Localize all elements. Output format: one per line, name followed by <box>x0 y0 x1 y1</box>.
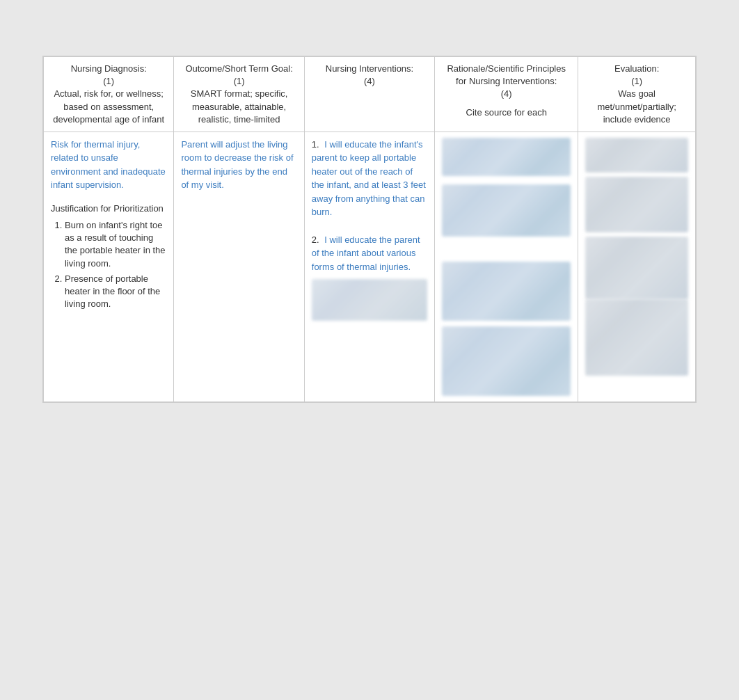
header-rationale: Rationale/Scientific Principles for Nurs… <box>435 57 578 132</box>
eval-blur-2 <box>585 177 688 232</box>
header-interventions-title: Nursing Interventions: <box>312 63 427 75</box>
page-container: Nursing Diagnosis: (1) Actual, risk for,… <box>0 0 739 700</box>
nursing-care-plan-table: Nursing Diagnosis: (1) Actual, risk for,… <box>43 56 696 402</box>
cell-nursing-diagnosis: Risk for thermal injury, related to unsa… <box>44 132 174 401</box>
eval-blur-4 <box>585 299 688 376</box>
rationale-blur-4 <box>442 326 571 396</box>
header-rationale-cite: Cite source for each <box>442 106 571 119</box>
header-nursing: Nursing Diagnosis: (1) Actual, risk for,… <box>44 57 174 132</box>
diagnosis-text: Risk for thermal injury, related to unsa… <box>51 138 166 192</box>
cell-rationale <box>435 132 578 401</box>
header-nursing-desc: Actual, risk for, or wellness; based on … <box>51 88 166 126</box>
intervention-1-text: I will educate the infant's parent to ke… <box>312 139 426 218</box>
justification-item-1: Burn on infant's right toe as a result o… <box>65 219 166 270</box>
table-row-1: Risk for thermal injury, related to unsa… <box>44 132 696 401</box>
header-outcome-desc: SMART format; specific, measurable, atta… <box>181 88 296 126</box>
header-row: Nursing Diagnosis: (1) Actual, risk for,… <box>44 57 696 132</box>
rationale-blurred-content <box>442 138 571 396</box>
header-rationale-title: Rationale/Scientific Principles for Nurs… <box>442 63 571 88</box>
header-outcome-title: Outcome/Short Term Goal: <box>181 63 296 75</box>
header-rationale-subtitle: (4) <box>442 88 571 100</box>
header-nursing-title: Nursing Diagnosis: <box>51 63 166 75</box>
rationale-spacer <box>442 242 571 256</box>
evaluation-blurred-content <box>585 138 688 376</box>
header-evaluation-title: Evaluation: <box>585 63 688 75</box>
cell-interventions: 1. I will educate the infant's parent to… <box>304 132 434 401</box>
eval-blur-3 <box>585 237 688 299</box>
rationale-blur-1 <box>442 138 571 176</box>
header-outcome: Outcome/Short Term Goal: (1) SMART forma… <box>174 57 304 132</box>
intervention-1: 1. I will educate the infant's parent to… <box>312 138 427 219</box>
table-wrapper: Nursing Diagnosis: (1) Actual, risk for,… <box>42 56 697 403</box>
intervention-1-num: 1. <box>312 139 319 150</box>
outcome-text: Parent will adjust the living room to de… <box>181 138 296 192</box>
justification-list: Burn on infant's right toe as a result o… <box>51 219 166 310</box>
header-evaluation-subtitle: (1) <box>585 75 688 88</box>
rationale-blur-3 <box>442 262 571 321</box>
cell-outcome: Parent will adjust the living room to de… <box>174 132 304 401</box>
eval-blur-1 <box>585 138 688 173</box>
header-interventions: Nursing Interventions: (4) <box>304 57 434 132</box>
intervention-2-num: 2. <box>312 234 319 245</box>
header-evaluation: Evaluation: (1) Was goal met/unmet/parti… <box>578 57 696 132</box>
header-evaluation-desc: Was goal met/unmet/partially; include ev… <box>585 88 688 126</box>
intervention-2: 2. I will educate the parent of the infa… <box>312 233 427 274</box>
intervention-2-text: I will educate the parent of the infant … <box>312 234 420 272</box>
header-outcome-subtitle: (1) <box>181 75 296 88</box>
header-interventions-subtitle: (4) <box>312 75 427 88</box>
cell-evaluation <box>578 132 696 401</box>
justification-item-2: Presence of portable heater in the floor… <box>65 273 166 311</box>
header-nursing-subtitle: (1) <box>51 75 166 88</box>
intervention-blurred-section <box>312 279 427 321</box>
justification-label: Justification for Prioritization <box>51 203 166 214</box>
rationale-blur-2 <box>442 184 571 237</box>
